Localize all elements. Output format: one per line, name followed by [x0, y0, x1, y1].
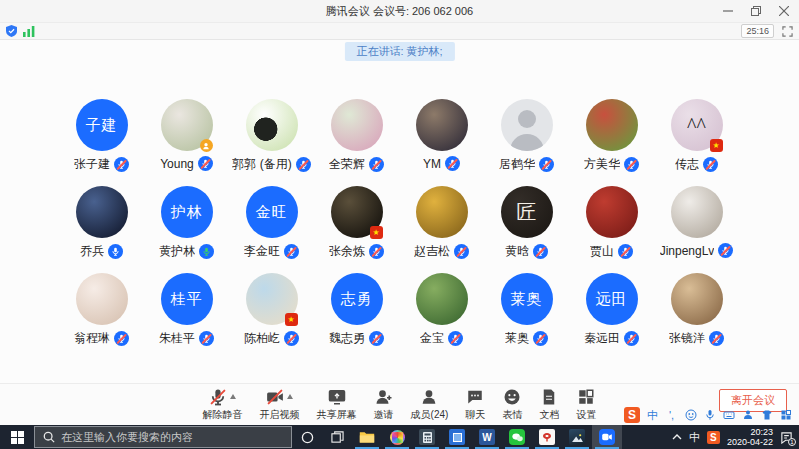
participant-avatar — [416, 273, 468, 325]
taskbar-app-calculator[interactable] — [412, 425, 442, 449]
action-center-icon[interactable]: 1 — [780, 431, 793, 444]
tray-ime-indicator[interactable]: 中 — [689, 430, 700, 445]
participant-tile[interactable]: 郭郭 (备用) — [229, 99, 314, 171]
participant-avatar: 匠 — [501, 186, 553, 238]
participant-tile[interactable]: 赵吉松 — [399, 186, 484, 258]
toolbar-members[interactable]: 成员(24) — [411, 388, 449, 422]
participant-tile[interactable]: JinpengLv — [654, 186, 739, 258]
ime-keyboard-icon[interactable] — [722, 407, 735, 423]
pdf-reader-icon — [539, 429, 555, 445]
toolbar-chat[interactable]: 聊天 — [465, 388, 485, 422]
system-tray: 中 S 20:23 2020-04-22 1 — [672, 425, 799, 449]
taskbar-search-input[interactable]: 在这里输入你要搜索的内容 — [34, 426, 292, 448]
participant-tile[interactable]: 远田 秦远田 — [569, 273, 654, 345]
ime-punctuation-toggle[interactable]: ', — [665, 407, 678, 423]
ime-mode-toggle[interactable]: 中 — [646, 407, 659, 423]
participant-tile[interactable]: 翁程琳 — [59, 273, 144, 345]
participant-tile[interactable]: 全荣辉 — [314, 99, 399, 171]
search-placeholder: 在这里输入你要搜索的内容 — [61, 430, 193, 445]
participant-tile[interactable]: 张镜洋 — [654, 273, 739, 345]
restore-button[interactable] — [745, 2, 767, 20]
task-view-button[interactable] — [322, 425, 352, 449]
participant-tile[interactable]: ★ 张余炼 — [314, 186, 399, 258]
taskbar-app-tencent-meeting[interactable] — [592, 425, 622, 449]
participant-tile[interactable]: 子建 张子建 — [59, 99, 144, 171]
meeting-statusbar: 25:16 — [0, 22, 799, 40]
participant-tile[interactable]: 匠 黄晗 — [484, 186, 569, 258]
grid-icon — [577, 388, 595, 406]
close-button[interactable] — [773, 2, 795, 20]
sogou-logo-icon[interactable]: S — [624, 407, 640, 423]
cortana-button[interactable] — [292, 425, 322, 449]
participant-name: 张镜洋 — [669, 330, 705, 347]
mic-muted-icon — [709, 331, 724, 346]
ime-toolbox-icon[interactable] — [741, 407, 754, 423]
participant-avatar: 桂平 — [161, 273, 213, 325]
avatar-glyph: 匠 — [517, 199, 537, 226]
toolbar-invite[interactable]: 邀请 — [374, 388, 394, 422]
start-button[interactable] — [0, 425, 34, 449]
taskbar-app-color-wheel-app[interactable] — [382, 425, 412, 449]
toolbar-label: 开启视频 — [260, 408, 300, 422]
titlebar: 腾讯会议 会议号: 206 062 006 — [0, 0, 799, 22]
window-title: 腾讯会议 会议号: 206 062 006 — [326, 4, 473, 19]
participant-avatar — [671, 273, 723, 325]
taskbar-app-photos[interactable] — [562, 425, 592, 449]
meeting-duration: 25:16 — [741, 24, 774, 38]
participant-name: 李金旺 — [244, 243, 280, 260]
participant-tile[interactable]: 金宝 — [399, 273, 484, 345]
participant-name: 郭郭 (备用) — [232, 156, 291, 173]
toolbar-share-screen[interactable]: 共享屏幕 — [317, 388, 357, 422]
taskbar-app-pdf-reader[interactable] — [532, 425, 562, 449]
participant-tile[interactable]: 金旺 李金旺 — [229, 186, 314, 258]
chevron-up-icon[interactable] — [230, 394, 236, 399]
toolbar-emoji[interactable]: 表情 — [502, 388, 522, 422]
tray-chevron-up-icon[interactable] — [672, 433, 682, 441]
tray-clock[interactable]: 20:23 2020-04-22 — [727, 427, 773, 447]
tencent-meeting-window: 腾讯会议 会议号: 206 062 006 25:16 — [0, 0, 799, 449]
participant-tile[interactable]: ★ 陈柏屹 — [229, 273, 314, 345]
ime-emoji-icon[interactable] — [684, 407, 697, 423]
participant-tile[interactable]: ^^ ★ 传志 — [654, 99, 739, 171]
color-wheel-app-icon — [390, 430, 405, 445]
participant-tile[interactable]: 方美华 — [569, 99, 654, 171]
toolbar-settings[interactable]: 设置 — [576, 388, 596, 422]
chat-icon — [466, 388, 484, 406]
tray-sogou-icon[interactable]: S — [707, 431, 720, 444]
participant-name: 张子建 — [74, 156, 110, 173]
fullscreen-icon[interactable] — [782, 26, 793, 37]
taskbar-app-display-app[interactable] — [442, 425, 472, 449]
ime-skin-icon[interactable] — [760, 407, 773, 423]
minimize-button[interactable] — [717, 2, 739, 20]
participant-name: JinpengLv — [660, 244, 715, 258]
participant-tile[interactable]: 护林 黄护林 — [144, 186, 229, 258]
participant-avatar: 莱奥 — [501, 273, 553, 325]
participant-avatar — [671, 186, 723, 238]
taskbar-app-word[interactable]: W — [472, 425, 502, 449]
participant-tile[interactable]: Young — [144, 99, 229, 171]
participant-tile[interactable]: 莱奥 莱奥 — [484, 273, 569, 345]
participant-avatar — [586, 99, 638, 151]
participant-tile[interactable]: 志勇 魏志勇 — [314, 273, 399, 345]
taskbar-app-wechat[interactable] — [502, 425, 532, 449]
participant-tile[interactable]: 居鹤华 — [484, 99, 569, 171]
participant-tile[interactable]: 乔兵 — [59, 186, 144, 258]
toolbar-unmute[interactable]: 解除静音 — [203, 388, 243, 422]
toolbar-start-video[interactable]: 开启视频 — [260, 388, 300, 422]
smiley-icon — [503, 388, 521, 406]
ime-more-grid-icon[interactable] — [779, 407, 792, 423]
ime-voice-icon[interactable] — [703, 407, 716, 423]
participant-tile[interactable]: 桂平 朱桂平 — [144, 273, 229, 345]
participant-name: 秦远田 — [584, 330, 620, 347]
toolbar-docs[interactable]: 文档 — [539, 388, 559, 422]
mic-muted-icon — [448, 331, 463, 346]
camera-icon — [266, 388, 284, 406]
participant-tile[interactable]: 贾山 — [569, 186, 654, 258]
chevron-up-icon[interactable] — [287, 394, 293, 399]
participant-tile[interactable]: YM — [399, 99, 484, 171]
tray-time: 20:23 — [727, 427, 773, 437]
avatar-initials: 金旺 — [256, 203, 288, 222]
taskbar-app-explorer[interactable] — [352, 425, 382, 449]
default-avatar-icon — [501, 99, 553, 151]
flag-badge-icon: ★ — [370, 226, 383, 239]
